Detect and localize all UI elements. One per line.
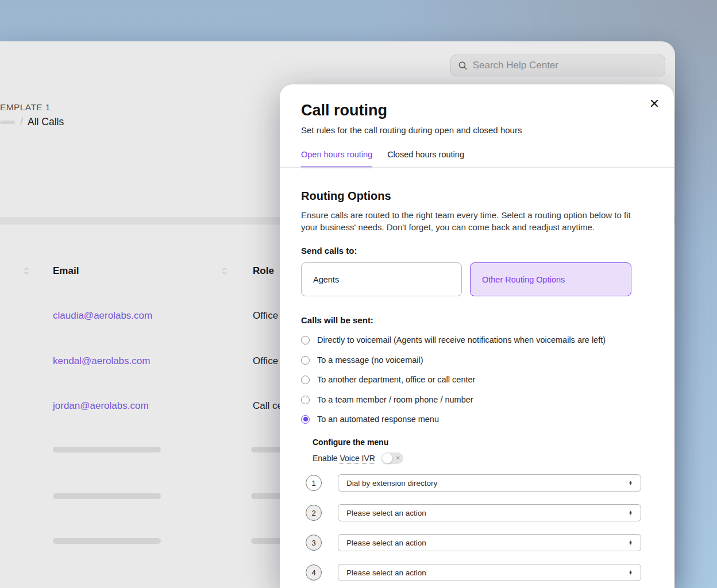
- table-cell-email[interactable]: jordan@aerolabs.com: [53, 400, 149, 412]
- tab-open-hours-routing[interactable]: Open hours routing: [301, 150, 372, 168]
- search-input[interactable]: [473, 60, 658, 71]
- select-arrows-icon: ▲▼: [629, 570, 633, 575]
- modal-subtitle: Set rules for the call routing during op…: [301, 125, 522, 135]
- desktop-background: EMPLATE 1 / All Calls Email Role claudia…: [0, 0, 717, 588]
- radio-icon[interactable]: [301, 336, 310, 345]
- menu-action-row-1: 1 Dial by extension directory ▲▼: [301, 474, 653, 492]
- select-arrows-icon: ▲▼: [629, 510, 633, 516]
- sort-icon[interactable]: [23, 266, 30, 276]
- routing-options-description: Ensure calls are routed to the right tea…: [301, 209, 631, 233]
- radio-team-member[interactable]: To a team member / room phone / number: [301, 395, 473, 404]
- breadcrumb-skeleton: [0, 121, 15, 124]
- table-cell-email[interactable]: claudia@aerolabs.com: [53, 310, 152, 322]
- enable-voice-ivr-row: Enable Voice IVR ✕: [313, 452, 403, 464]
- voice-ivr-term: Voice IVR: [340, 454, 375, 464]
- option-agents[interactable]: Agents: [301, 262, 462, 296]
- radio-icon[interactable]: [301, 396, 310, 404]
- app-title: EMPLATE 1: [0, 102, 51, 113]
- send-calls-label: Send calls to:: [301, 246, 357, 256]
- menu-number-badge: 4: [306, 564, 322, 581]
- table-cell-role: Office: [253, 355, 278, 367]
- menu-action-row-3: 3 Please select an action ▲▼: [301, 534, 653, 551]
- skeleton-row: [53, 538, 161, 544]
- menu-action-row-2: 2 Please select an action ▲▼: [301, 504, 653, 521]
- select-arrows-icon: ▲▼: [629, 540, 633, 546]
- radio-another-department[interactable]: To another department, office or call ce…: [301, 375, 475, 384]
- enable-voice-ivr-label: Enable Voice IVR: [313, 454, 375, 463]
- search-bar[interactable]: [450, 55, 665, 76]
- column-header-role[interactable]: Role: [253, 265, 274, 277]
- table-cell-role: Office: [253, 310, 278, 322]
- close-icon[interactable]: ✕: [646, 96, 662, 112]
- radio-icon-selected[interactable]: [301, 415, 310, 424]
- tab-closed-hours-routing[interactable]: Closed hours routing: [387, 150, 464, 168]
- radio-automated-response-menu[interactable]: To an automated response menu: [301, 415, 439, 424]
- call-routing-modal: ✕ Call routing Set rules for the call ro…: [280, 84, 674, 588]
- menu-number-badge: 1: [306, 475, 322, 491]
- toggle-off-icon: ✕: [396, 455, 400, 461]
- menu-action-row-4: 4 Please select an action ▲▼: [301, 564, 653, 581]
- configure-menu-heading: Configure the menu: [313, 438, 388, 447]
- table-cell-email[interactable]: kendal@aerolabs.com: [53, 355, 150, 367]
- modal-title: Call routing: [301, 102, 387, 119]
- menu-action-select-3[interactable]: Please select an action ▲▼: [338, 534, 641, 551]
- routing-tabs: Open hours routing Closed hours routing: [301, 150, 464, 168]
- breadcrumb[interactable]: All Calls: [28, 116, 64, 128]
- radio-message-no-voicemail[interactable]: To a message (no voicemail): [301, 355, 423, 365]
- routing-options-heading: Routing Options: [301, 189, 391, 203]
- breadcrumb-separator: /: [20, 115, 23, 127]
- option-agents-label: Agents: [313, 275, 339, 284]
- search-icon: [458, 60, 468, 71]
- radio-directly-voicemail[interactable]: Directly to voicemail (Agents will recei…: [301, 335, 606, 345]
- column-header-email[interactable]: Email: [53, 265, 79, 277]
- skeleton-row: [53, 447, 161, 452]
- toggle-knob: [382, 453, 392, 463]
- menu-number-badge: 2: [306, 505, 322, 521]
- sort-icon[interactable]: [221, 266, 228, 276]
- option-other-routing[interactable]: Other Routing Options: [470, 262, 631, 296]
- tabs-divider: [280, 167, 674, 168]
- radio-icon[interactable]: [301, 376, 310, 384]
- calls-sent-label: Calls will be sent:: [301, 315, 373, 325]
- menu-action-select-1[interactable]: Dial by extension directory ▲▼: [338, 474, 641, 492]
- voice-ivr-toggle[interactable]: ✕: [381, 452, 403, 464]
- option-other-routing-label: Other Routing Options: [482, 275, 565, 284]
- skeleton-row: [53, 493, 161, 499]
- select-arrows-icon: ▲▼: [629, 481, 633, 486]
- menu-number-badge: 3: [306, 535, 322, 551]
- menu-action-select-4[interactable]: Please select an action ▲▼: [338, 564, 641, 581]
- table-cell-role: Call ce: [253, 400, 283, 412]
- radio-icon[interactable]: [301, 356, 310, 365]
- menu-action-select-2[interactable]: Please select an action ▲▼: [338, 504, 641, 521]
